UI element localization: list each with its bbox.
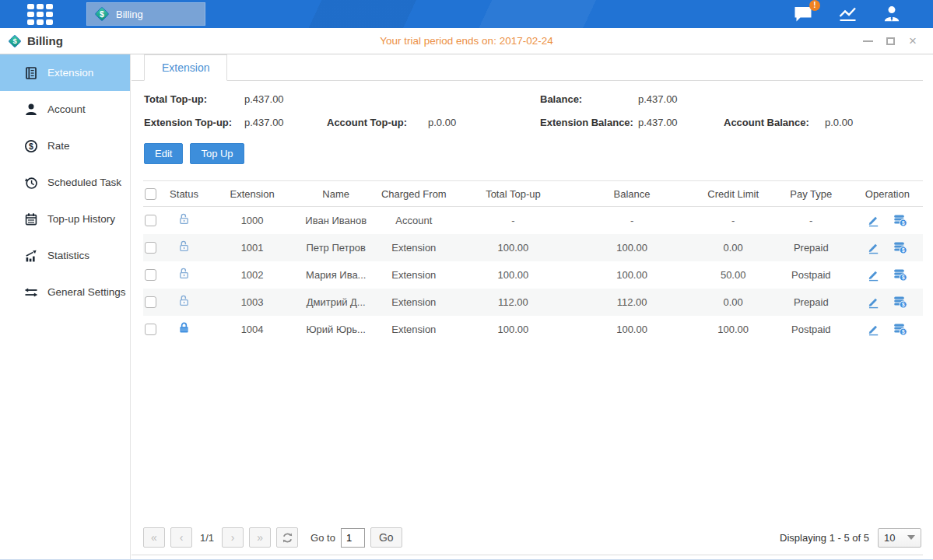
svg-text:$: $: [100, 9, 104, 19]
cell-extension: 1002: [202, 261, 303, 289]
row-edit-button[interactable]: [867, 296, 880, 309]
extensions-table: Status Extension Name Charged From Total…: [143, 180, 923, 343]
sidebar-item-rate[interactable]: $ Rate: [0, 128, 130, 164]
unlocked-icon: [177, 294, 191, 307]
edit-button[interactable]: Edit: [144, 143, 183, 164]
sidebar-item-label: Top-up History: [47, 213, 115, 225]
table-header-row: Status Extension Name Charged From Total…: [143, 181, 923, 207]
row-checkbox[interactable]: [145, 269, 156, 281]
minimize-icon[interactable]: [861, 35, 874, 47]
taskbar-tab-label: Billing: [116, 9, 143, 20]
row-checkbox[interactable]: [145, 324, 156, 335]
row-checkbox[interactable]: [145, 215, 156, 226]
window-title-area: $ Billing: [8, 34, 69, 48]
top-up-coins-icon: $: [893, 240, 907, 254]
row-top-up-button[interactable]: $: [893, 295, 907, 309]
cell-charged-from: Account: [369, 207, 458, 234]
cell-credit-limit: 0.00: [696, 234, 770, 261]
row-edit-button[interactable]: [867, 323, 880, 336]
cell-pay-type: Postpaid: [770, 261, 852, 289]
user-account-button[interactable]: [882, 5, 902, 24]
resource-monitor-button[interactable]: [837, 5, 858, 23]
cell-total-topup: 100.00: [458, 316, 567, 343]
row-edit-button[interactable]: [867, 214, 880, 227]
cell-charged-from: Extension: [369, 289, 458, 316]
cell-name: Юрий Юрь...: [303, 316, 369, 343]
refresh-button[interactable]: [276, 527, 298, 548]
top-up-button[interactable]: Top Up: [190, 143, 244, 164]
table-row: 1002Мария Ива...Extension100.00100.0050.…: [143, 261, 923, 289]
table-row: 1001Петр ПетровExtension100.00100.000.00…: [143, 234, 923, 261]
lock-status-icon: [177, 212, 191, 226]
next-page-button[interactable]: ›: [222, 527, 244, 548]
edit-pencil-icon: [867, 296, 880, 309]
row-top-up-button[interactable]: $: [893, 268, 907, 282]
maximize-icon[interactable]: [884, 35, 896, 47]
total-topup-value: p.437.00: [244, 93, 327, 105]
unlocked-icon: [177, 240, 191, 253]
column-header-credit-limit: Credit Limit: [696, 181, 770, 207]
last-page-button[interactable]: »: [249, 527, 271, 548]
go-button[interactable]: Go: [370, 527, 402, 548]
sidebar-item-extension[interactable]: Extension: [0, 54, 130, 91]
select-all-checkbox[interactable]: [145, 188, 156, 200]
pagination-bar: « ‹ 1/1 › » Go to Go: [132, 520, 923, 555]
notification-badge: !: [809, 0, 820, 11]
prev-page-button[interactable]: ‹: [170, 527, 192, 548]
row-edit-button[interactable]: [867, 241, 880, 254]
cell-balance: 100.00: [567, 261, 696, 289]
page-size-value: 10: [884, 532, 895, 544]
edit-pencil-icon: [867, 214, 880, 227]
person-icon: [882, 5, 902, 24]
column-header-extension: Extension: [202, 181, 303, 207]
cell-extension: 1004: [202, 316, 303, 343]
history-clock-icon: [24, 176, 38, 190]
account-topup-label: Account Top-up:: [327, 117, 428, 128]
displaying-text: Displaying 1 - 5 of 5: [780, 532, 869, 544]
sidebar-item-scheduled-task[interactable]: Scheduled Task: [0, 164, 130, 201]
lock-status-icon: [177, 294, 191, 307]
svg-text:$: $: [902, 302, 905, 308]
column-header-operation: Operation: [852, 181, 923, 207]
cell-balance: 100.00: [567, 316, 696, 343]
goto-page-input[interactable]: [341, 528, 365, 548]
cell-name: Дмитрий Д...: [303, 289, 369, 316]
first-page-button[interactable]: «: [143, 527, 165, 548]
row-top-up-button[interactable]: $: [893, 213, 907, 227]
extension-topup-label: Extension Top-up:: [144, 117, 244, 128]
page-size-select[interactable]: 10: [878, 528, 921, 548]
row-edit-button[interactable]: [867, 268, 880, 282]
sidebar-item-account[interactable]: Account: [0, 91, 130, 128]
notifications-button[interactable]: !: [793, 5, 814, 23]
system-topbar: $ Billing !: [0, 0, 933, 28]
sidebar-item-topup-history[interactable]: Top-up History: [0, 201, 130, 237]
account-balance-value: p.0.00: [825, 117, 923, 128]
column-header-charged-from: Charged From: [369, 181, 458, 207]
lock-status-icon: [177, 267, 191, 280]
balance-summary: Total Top-up: p.437.00 Balance: p.437.00…: [144, 93, 923, 128]
sidebar-item-label: Rate: [47, 140, 70, 152]
sidebar-item-statistics[interactable]: Statistics: [0, 237, 130, 274]
svg-text:$: $: [902, 220, 905, 226]
swap-arrows-icon: [24, 285, 38, 299]
balance-label: Balance:: [540, 93, 638, 105]
cell-extension: 1001: [202, 234, 303, 261]
sidebar-item-label: Scheduled Task: [47, 177, 121, 188]
unlocked-icon: [177, 212, 191, 226]
window-controls: ×: [861, 35, 919, 47]
sidebar-item-label: Statistics: [47, 250, 89, 261]
row-top-up-button[interactable]: $: [893, 240, 907, 254]
tab-extension[interactable]: Extension: [144, 54, 227, 81]
table-row: 1004Юрий Юрь...Extension100.00100.00100.…: [143, 316, 923, 343]
person-icon: [24, 103, 38, 117]
row-checkbox[interactable]: [145, 242, 156, 254]
cell-pay-type: Prepaid: [770, 289, 852, 316]
trial-notice: Your trial period ends on: 2017-02-24: [0, 35, 933, 47]
row-top-up-button[interactable]: $: [893, 322, 907, 336]
goto-label: Go to: [310, 532, 335, 544]
row-checkbox[interactable]: [145, 296, 156, 308]
sidebar-item-general-settings[interactable]: General Settings: [0, 274, 130, 310]
app-grid-icon[interactable]: [27, 4, 53, 25]
close-icon[interactable]: ×: [907, 35, 919, 47]
taskbar-tab-billing[interactable]: $ Billing: [86, 2, 205, 26]
